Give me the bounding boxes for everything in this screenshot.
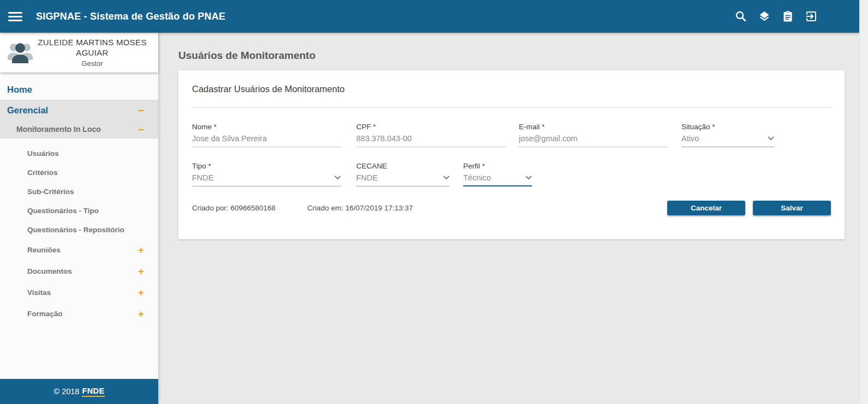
sidebar-menu: Home Gerencial − Monitoramento In Loco −… <box>0 80 158 324</box>
top-header-bar: SIGPNAE - Sistema de Gestão do PNAE <box>0 0 859 33</box>
sidebar-footer: © 2018 FNDE <box>0 379 158 404</box>
nome-field: Nome * <box>192 123 341 147</box>
situacao-label: Situação * <box>681 123 774 131</box>
email-label: E-mail * <box>519 123 668 131</box>
sidebar-item-sub-criterios[interactable]: Sub-Critérios <box>0 182 158 201</box>
sidebar-item-home[interactable]: Home <box>0 80 158 100</box>
sidebar-item-documentos[interactable]: Documentos + <box>0 261 158 282</box>
vertical-scrollbar[interactable] <box>859 0 868 404</box>
cecane-field: CECANE FNDE <box>356 162 450 186</box>
cpf-field: CPF * <box>356 123 505 147</box>
search-icon[interactable] <box>734 10 747 23</box>
fnde-link[interactable]: FNDE <box>82 387 104 397</box>
save-button[interactable]: Salvar <box>753 201 831 215</box>
situacao-field: Situação * Ativo <box>681 123 774 147</box>
nome-input[interactable] <box>192 131 341 147</box>
expand-icon[interactable]: + <box>138 266 144 276</box>
sidebar-item-usuarios[interactable]: Usuários <box>0 144 158 163</box>
expand-icon[interactable]: + <box>138 245 144 255</box>
sidebar-item-monitoramento-in-loco[interactable]: Monitoramento In Loco − <box>0 120 158 138</box>
email-input[interactable] <box>519 131 668 147</box>
card-title: Cadastrar Usuários de Monitoramento <box>192 70 831 94</box>
situacao-select[interactable]: Ativo <box>681 131 774 147</box>
sidebar-item-visitas[interactable]: Visitas + <box>0 282 158 303</box>
nome-label: Nome * <box>192 123 341 131</box>
expand-icon[interactable]: + <box>138 287 144 298</box>
app-title: SIGPNAE - Sistema de Gestão do PNAE <box>36 11 225 22</box>
sidebar-item-reunioes[interactable]: Reuniões + <box>0 239 158 261</box>
cpf-label: CPF * <box>356 123 505 131</box>
perfil-select[interactable]: Técnico <box>463 170 532 186</box>
cpf-input[interactable] <box>356 131 505 147</box>
cecane-select[interactable]: FNDE <box>356 170 450 186</box>
user-name: ZULEIDE MARTINS MOSES AGUIAR <box>34 38 151 58</box>
user-role: Gestor <box>34 59 151 68</box>
card-divider <box>192 107 831 108</box>
tipo-select[interactable]: FNDE <box>192 170 341 186</box>
clipboard-icon[interactable] <box>781 10 794 23</box>
collapse-icon[interactable]: − <box>138 124 144 135</box>
sidebar-item-gerencial[interactable]: Gerencial − <box>0 100 158 120</box>
email-field: E-mail * <box>519 123 668 147</box>
sidebar-item-formacao[interactable]: Formação + <box>0 303 158 324</box>
perfil-label: Perfil * <box>463 162 532 170</box>
chevron-down-icon <box>443 176 450 180</box>
sidebar-item-criterios[interactable]: Critérios <box>0 163 158 182</box>
chevron-down-icon <box>525 176 532 180</box>
tipo-field: Tipo * FNDE <box>192 162 341 186</box>
chevron-down-icon <box>334 176 341 180</box>
menu-icon[interactable] <box>8 10 22 23</box>
sidebar-item-questionarios-tipo[interactable]: Questionários - Tipo <box>0 201 158 220</box>
created-by-text: Criado por: 60966580168 <box>192 204 276 212</box>
cecane-label: CECANE <box>356 162 450 170</box>
expand-icon[interactable]: + <box>138 309 144 319</box>
logout-icon[interactable] <box>805 10 818 23</box>
perfil-field: Perfil * Técnico <box>463 162 532 186</box>
cancel-button[interactable]: Cancelar <box>667 201 745 215</box>
sidebar-item-questionarios-repositorio[interactable]: Questionários - Repositório <box>0 220 158 239</box>
tipo-label: Tipo * <box>192 162 341 170</box>
layers-icon[interactable] <box>758 10 771 23</box>
page-title: Usuários de Monitoramento <box>178 50 859 62</box>
group-icon <box>7 39 34 67</box>
user-panel: ZULEIDE MARTINS MOSES AGUIAR Gestor <box>0 33 158 73</box>
created-at-text: Criado em: 16/07/2019 17:13:37 <box>307 204 413 212</box>
copyright-text: © 2018 <box>53 387 79 396</box>
main-content: Usuários de Monitoramento Cadastrar Usuá… <box>158 33 859 404</box>
sidebar: ZULEIDE MARTINS MOSES AGUIAR Gestor Home… <box>0 33 158 404</box>
collapse-icon[interactable]: − <box>138 105 144 116</box>
chevron-down-icon <box>768 136 774 141</box>
register-users-card: Cadastrar Usuários de Monitoramento Nome… <box>178 70 845 239</box>
